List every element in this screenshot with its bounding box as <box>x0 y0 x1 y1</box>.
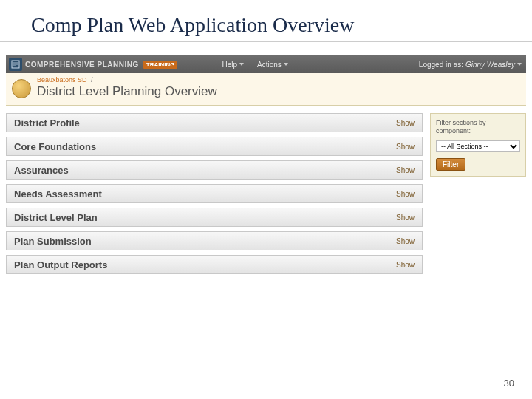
chevron-down-icon <box>239 63 244 66</box>
section-show-link[interactable]: Show <box>396 166 415 174</box>
app-screenshot: COMPREHENSIVE PLANNING TRAINING Help Act… <box>6 55 526 274</box>
filter-panel: Filter sections by component: -- All Sec… <box>430 113 526 177</box>
slide-title: Comp Plan Web Application Overview <box>0 0 532 42</box>
filter-select[interactable]: -- All Sections -- <box>436 140 520 152</box>
user-name: Ginny Weasley <box>466 61 515 69</box>
section-plan-submission[interactable]: Plan Submission Show <box>6 231 423 250</box>
section-show-link[interactable]: Show <box>396 190 415 198</box>
page-title: District Level Planning Overview <box>37 84 217 99</box>
page-number: 30 <box>504 378 514 389</box>
chevron-down-icon <box>517 63 522 66</box>
menu-help-label: Help <box>222 61 237 69</box>
top-navbar: COMPREHENSIVE PLANNING TRAINING Help Act… <box>6 55 526 73</box>
breadcrumb-org[interactable]: Beauxbatons SD <box>37 76 87 83</box>
filter-button[interactable]: Filter <box>436 158 466 171</box>
menu-actions-label: Actions <box>257 61 282 69</box>
section-show-link[interactable]: Show <box>396 261 415 269</box>
logged-in-label: Logged in as: <box>419 61 463 69</box>
breadcrumb-bar: Beauxbatons SD / District Level Planning… <box>6 73 526 106</box>
section-plan-output-reports[interactable]: Plan Output Reports Show <box>6 255 423 274</box>
compass-icon <box>12 79 31 98</box>
content-row: District Profile Show Core Foundations S… <box>6 106 526 274</box>
training-badge: TRAINING <box>143 61 178 69</box>
chevron-down-icon <box>284 63 288 66</box>
sections-list: District Profile Show Core Foundations S… <box>6 113 423 274</box>
section-label: District Level Plan <box>14 212 98 223</box>
brand-label: COMPREHENSIVE PLANNING <box>25 61 139 69</box>
section-label: Plan Submission <box>14 236 92 247</box>
menu-help[interactable]: Help <box>222 61 244 69</box>
section-needs-assessment[interactable]: Needs Assessment Show <box>6 184 423 203</box>
section-show-link[interactable]: Show <box>396 237 415 245</box>
section-label: Plan Output Reports <box>14 259 107 270</box>
breadcrumb: Beauxbatons SD / <box>37 76 217 83</box>
section-show-link[interactable]: Show <box>396 143 415 151</box>
section-label: Assurances <box>14 165 69 176</box>
section-assurances[interactable]: Assurances Show <box>6 160 423 180</box>
section-label: Core Foundations <box>14 141 96 152</box>
section-show-link[interactable]: Show <box>396 119 415 127</box>
section-core-foundations[interactable]: Core Foundations Show <box>6 137 423 156</box>
filter-label: Filter sections by component: <box>436 119 520 135</box>
breadcrumb-separator: / <box>91 76 93 83</box>
app-logo-icon <box>9 58 22 71</box>
section-district-profile[interactable]: District Profile Show <box>6 113 423 132</box>
user-info: Logged in as: Ginny Weasley <box>419 61 522 69</box>
section-show-link[interactable]: Show <box>396 214 415 222</box>
section-district-level-plan[interactable]: District Level Plan Show <box>6 208 423 227</box>
section-label: Needs Assessment <box>14 188 102 200</box>
top-menu-group: Help Actions <box>222 61 287 69</box>
menu-actions[interactable]: Actions <box>257 61 288 69</box>
section-label: District Profile <box>14 117 80 129</box>
